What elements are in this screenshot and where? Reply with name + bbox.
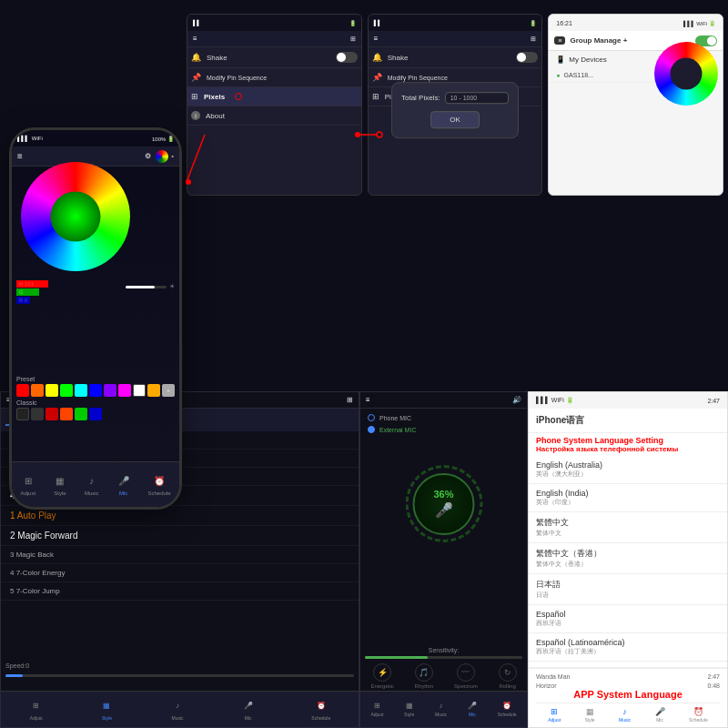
- mic-audio-icon[interactable]: 🔊: [512, 396, 521, 404]
- swatch-green[interactable]: [60, 384, 73, 397]
- ss2-hamburger[interactable]: ≡: [374, 35, 379, 43]
- lang-item-2[interactable]: 繁體中文 繁体中文: [529, 512, 727, 543]
- music-nav-style-label: Style: [102, 715, 112, 721]
- swatch-white[interactable]: [133, 384, 146, 397]
- ss1-hamburger[interactable]: ≡: [193, 35, 197, 43]
- phone-mic-radio[interactable]: [368, 414, 375, 421]
- music-item-magic-forward[interactable]: 2 Magic Forward: [1, 526, 359, 546]
- lang-bnav-music[interactable]: ♪ Music: [619, 707, 631, 723]
- music-grid-icon[interactable]: ⊞: [347, 396, 353, 404]
- lang-item-1[interactable]: English (India) 英语（印度）: [529, 484, 727, 512]
- color-wheel[interactable]: [21, 162, 130, 271]
- nav-music[interactable]: ♪ Music: [85, 474, 99, 496]
- music-item-magic-back[interactable]: 3 Magic Back: [1, 546, 359, 564]
- lang-item-5[interactable]: Español 西班牙语: [529, 605, 727, 633]
- hamburger-icon[interactable]: ≡: [17, 151, 23, 161]
- swatch-purple[interactable]: [104, 384, 116, 397]
- mic-hamburger-icon[interactable]: ≡: [366, 396, 370, 404]
- mic-bnav-adjust[interactable]: ⊞ Adjust: [370, 702, 383, 717]
- ss2-shake-toggle[interactable]: [516, 52, 538, 63]
- swatch-cyan[interactable]: [75, 384, 87, 397]
- app-system-language-label: APP System Language: [536, 689, 720, 700]
- classic-swatches: [16, 408, 175, 420]
- ss2-shake-label: Shake: [388, 54, 409, 62]
- lang-item-0[interactable]: English (Australia) 英语（澳大利亚）: [529, 456, 727, 484]
- popup-ok-button[interactable]: OK: [430, 111, 480, 128]
- swatch-pink[interactable]: [118, 384, 131, 397]
- ss3-time: 16:21: [556, 20, 572, 26]
- lang-item-6[interactable]: Español (Latinoamérica) 西班牙语（拉丁美洲）: [529, 633, 727, 662]
- music-icon: ♪: [85, 474, 99, 489]
- mic-rhythm[interactable]: 🎵 Rhythm: [415, 663, 434, 689]
- brightness-slider[interactable]: [126, 286, 167, 288]
- nav-style[interactable]: ▦ Style: [53, 474, 67, 496]
- classic-swatch-blue[interactable]: [89, 408, 102, 420]
- music-nav-music[interactable]: ♪ Music: [170, 699, 185, 721]
- classic-swatch-green[interactable]: [75, 408, 87, 420]
- music-item-7color-jump[interactable]: 5 7-Color Jump: [1, 582, 359, 601]
- mic-bnav-schedule[interactable]: ⏰ Schedule: [498, 702, 517, 717]
- swatch-custom[interactable]: +: [162, 384, 175, 397]
- ss2-shake-item[interactable]: 🔔 Shake: [369, 47, 542, 68]
- mic-bnav-mic[interactable]: 🎤 Mic: [468, 702, 477, 717]
- ss1-pixels-item[interactable]: ⊞ Pixels: [187, 87, 361, 106]
- lang-bnav-schedule[interactable]: ⏰ Schedule: [689, 707, 708, 723]
- mic-rolling[interactable]: ↻ Rolling: [499, 663, 517, 689]
- external-mic-option[interactable]: External MIC: [368, 426, 520, 433]
- swatch-amber[interactable]: [147, 384, 160, 397]
- lang-bnav-mic[interactable]: 🎤 Mic: [655, 707, 665, 723]
- classic-swatch-2[interactable]: [31, 408, 44, 420]
- speed-slider[interactable]: [5, 674, 354, 677]
- shake-toggle-knob: [337, 53, 346, 62]
- mic-bnav-music[interactable]: ♪ Music: [435, 702, 447, 717]
- external-mic-radio[interactable]: [368, 426, 375, 433]
- screenshot-1: ▌▌ 🔋 ≡ ⊞ 🔔 Shake 📌 Modify Pin Sequence ⊞: [187, 14, 362, 196]
- color-circle-icon[interactable]: [156, 150, 168, 163]
- music-nav-mic[interactable]: 🎤 Mic: [241, 699, 256, 721]
- lang-bnav-adjust[interactable]: ⊞ Adjust: [548, 707, 561, 723]
- nav-mic[interactable]: 🎤 Mic: [116, 474, 131, 496]
- classic-swatch-1[interactable]: [16, 408, 29, 420]
- ss2-settings[interactable]: ⊞: [531, 35, 536, 43]
- ss1-pin-item[interactable]: 📌 Modify Pin Sequence: [187, 68, 361, 87]
- ss1-settings-icon[interactable]: ⊞: [350, 35, 356, 43]
- ss3-menu-icon[interactable]: ≡: [554, 36, 565, 45]
- popup-value-input[interactable]: 10 - 1000: [445, 92, 509, 104]
- swatch-orange[interactable]: [31, 384, 44, 397]
- nav-adjust[interactable]: ⊞ Adjust: [20, 474, 35, 496]
- lang-item-3[interactable]: 繁體中文（香港） 繁体中文（香港）: [529, 543, 727, 574]
- mic-energetic[interactable]: ⚡ Energetic: [370, 663, 393, 689]
- pin-icon: 📌: [191, 73, 201, 82]
- lang-bnav-style[interactable]: ▦ Style: [585, 707, 595, 723]
- nav-music-label: Music: [85, 490, 99, 496]
- lang-footer: Wanda Man 2:47 Horizor 0:48 APP System L…: [529, 667, 727, 727]
- sliders-icon[interactable]: ⚙: [145, 152, 151, 160]
- rgb-values-container: R 211 G B 0: [16, 280, 48, 305]
- sensitivity-slider[interactable]: [365, 656, 522, 659]
- nav-schedule[interactable]: ⏰ Schedule: [147, 474, 170, 496]
- swatch-yellow[interactable]: [46, 384, 58, 397]
- phone-system-label-ru: Настройка языка телефонной системы: [536, 445, 720, 453]
- mic-bnav-style[interactable]: ▦ Style: [404, 702, 414, 717]
- swatch-red[interactable]: [16, 384, 29, 397]
- swatch-blue[interactable]: [89, 384, 102, 397]
- mic-spectrum[interactable]: 〰 Spectrum: [454, 663, 478, 689]
- phone-mic-option[interactable]: Phone MIC: [368, 414, 520, 421]
- classic-swatch-red[interactable]: [46, 408, 58, 420]
- language-list: English (Australia) 英语（澳大利亚） English (In…: [529, 456, 727, 700]
- ss1-about-item[interactable]: i About: [187, 106, 361, 126]
- top-screenshots-row: ▌▌ 🔋 ≡ ⊞ 🔔 Shake 📌 Modify Pin Sequence ⊞: [187, 14, 723, 196]
- mini-color-wheel[interactable]: [654, 42, 718, 106]
- music-item-7color-energy[interactable]: 4 7-Color Energy: [1, 564, 359, 582]
- lang-bnav-schedule-label: Schedule: [689, 717, 708, 723]
- lang-item-4[interactable]: 日本語 日语: [529, 574, 727, 605]
- preset-label: Preset: [16, 376, 175, 382]
- classic-swatch-orange[interactable]: [60, 408, 73, 420]
- color-wheel-container[interactable]: [21, 162, 130, 271]
- ss1-shake-item[interactable]: 🔔 Shake: [187, 47, 361, 68]
- music-nav-style[interactable]: ▦ Style: [99, 699, 114, 721]
- music-nav-schedule[interactable]: ⏰ Schedule: [311, 699, 330, 721]
- music-nav-adjust[interactable]: ⊞ Adjust: [29, 699, 44, 721]
- nav-adjust-label: Adjust: [20, 490, 35, 496]
- shake-toggle[interactable]: [336, 52, 358, 63]
